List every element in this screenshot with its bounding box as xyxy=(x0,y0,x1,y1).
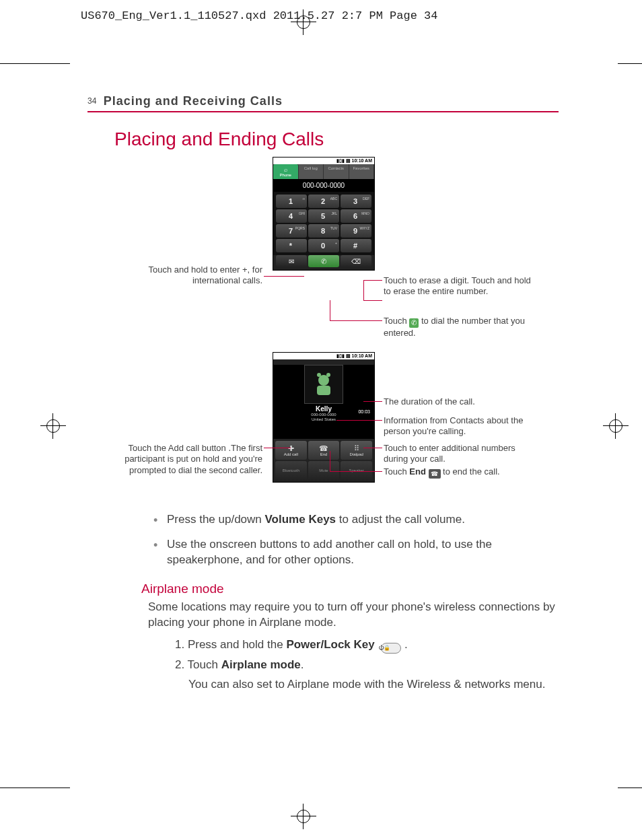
number-display: 000-000-0000 xyxy=(273,179,374,192)
callout-add-call: Touch the Add call button .The first par… xyxy=(94,443,262,476)
callout-line xyxy=(330,451,330,471)
dialer-screenshot: ▮▯▮ ▤ 10:10 AM ⌕Phone Call log Contacts … xyxy=(273,157,375,271)
print-slug: US670_Eng_Ver1.1_110527.qxd 2011.5.27 2:… xyxy=(81,9,438,22)
step-text: 1. Press and hold the xyxy=(175,638,286,651)
callout-intl: Touch and hold to enter +, for internati… xyxy=(108,265,262,287)
bullet-bold: Volume Keys xyxy=(265,513,336,526)
callout-line xyxy=(363,448,382,448)
callout-dial: Touch ✆ to dial the number that you ente… xyxy=(384,316,545,339)
svg-point-3 xyxy=(326,373,330,377)
callout-line xyxy=(363,300,382,301)
callout-line xyxy=(363,401,382,402)
keypad-key: 9WXYZ xyxy=(341,224,371,238)
callout-line xyxy=(363,280,382,281)
contact-avatar-icon xyxy=(304,365,343,404)
step-1: 1. Press and hold the Power/Lock Key ⏻🔒 … xyxy=(175,637,559,654)
keypad-key: * xyxy=(276,239,307,252)
callout-bold: End xyxy=(409,466,426,477)
sms-icon: ✉ xyxy=(276,255,307,267)
step-bold: Airplane mode xyxy=(221,658,301,671)
keypad-key: 5JKL xyxy=(308,209,339,223)
registration-target-icon xyxy=(291,804,316,829)
section-title: Placing and Receiving Calls xyxy=(104,94,283,108)
step-2: 2. Touch Airplane mode. xyxy=(175,658,559,673)
registration-target-icon xyxy=(40,413,66,439)
dialer-tabs: ⌕Phone Call log Contacts Favorites xyxy=(273,164,374,179)
step-bold: Power/Lock Key xyxy=(286,638,374,651)
callout-text: to end the call. xyxy=(441,466,500,477)
crop-mark xyxy=(0,63,70,64)
crop-mark xyxy=(618,788,642,788)
registration-target-icon xyxy=(291,9,316,35)
bullet-item: Press the up/down Volume Keys to adjust … xyxy=(149,512,559,528)
callout-text: Touch xyxy=(384,316,409,326)
step-text: . xyxy=(301,658,304,671)
tab-call-log: Call log xyxy=(299,164,324,179)
keypad-key: # xyxy=(341,239,371,252)
step-text: . xyxy=(401,638,407,651)
callout-line xyxy=(363,280,364,300)
keypad-key: 1∞ xyxy=(276,195,307,208)
step-2-sub: You can also set to Airplane mode with t… xyxy=(188,677,559,693)
add-call-button: ✚Add call xyxy=(275,441,307,460)
callout-erase: Touch to erase a digit. Touch and hold t… xyxy=(384,275,532,298)
backspace-icon: ⌫ xyxy=(341,255,371,267)
call-button-icon: ✆ xyxy=(308,255,339,267)
bullet-text: to adjust the call volume. xyxy=(336,513,465,526)
tab-favorites: Favorites xyxy=(349,164,375,179)
keypad-key: 4GHI xyxy=(276,209,307,223)
body-text: Press the up/down Volume Keys to adjust … xyxy=(114,512,559,693)
page-title: Placing and Ending Calls xyxy=(114,129,559,150)
dialer-bottom-row: ✉ ✆ ⌫ xyxy=(273,255,374,270)
callout-text: Touch xyxy=(384,466,409,477)
contact-location: United States xyxy=(273,417,374,422)
callout-line xyxy=(330,320,382,321)
tab-contacts: Contacts xyxy=(324,164,349,179)
end-call-button: ☎End xyxy=(308,441,340,460)
callout-dialpad: Touch to enter additional numbers during… xyxy=(384,443,538,465)
status-bar: ▮▯▮ ▤ 10:10 AM xyxy=(273,158,374,164)
bullet-text: Use the onscreen buttons to add another … xyxy=(167,538,492,566)
subheading: Airplane mode xyxy=(141,580,559,598)
callout-line xyxy=(330,300,330,320)
in-call-buttons: ✚Add call ☎End ⠿Dialpad Bluetooth Mute S… xyxy=(273,439,374,482)
figures-area: ▮▯▮ ▤ 10:10 AM ⌕Phone Call log Contacts … xyxy=(114,157,559,507)
svg-point-2 xyxy=(317,373,321,377)
status-bar: ▮▯▮ ▤ 10:10 AM xyxy=(273,353,374,359)
callout-line xyxy=(330,471,382,472)
status-time: 10:10 AM xyxy=(352,353,372,358)
callout-contact-info: Information from Contacts about the pers… xyxy=(384,415,545,438)
page-number: 34 xyxy=(87,96,96,106)
speaker-button: Speaker xyxy=(341,461,372,480)
keypad-key: 6MNO xyxy=(341,209,371,223)
mute-button: Mute xyxy=(308,461,340,480)
tab-phone: ⌕Phone xyxy=(273,164,299,179)
keypad-key: 7PQRS xyxy=(276,224,307,238)
status-time: 10:10 AM xyxy=(352,158,372,163)
paragraph: Some locations may require you to turn o… xyxy=(148,600,559,631)
crop-mark xyxy=(0,788,70,788)
step-text: 2. Touch xyxy=(175,658,221,671)
dialpad-button: ⠿Dialpad xyxy=(341,441,372,460)
bluetooth-button: Bluetooth xyxy=(275,461,307,480)
bullet-text: Press the up/down xyxy=(167,513,265,526)
power-lock-key-icon: ⏻🔒 xyxy=(381,643,401,654)
keypad-key: 2ABC xyxy=(308,195,339,208)
bullet-item: Use the onscreen buttons to add another … xyxy=(149,537,559,568)
callout-line xyxy=(336,420,382,421)
svg-rect-1 xyxy=(317,386,330,395)
call-info-area: 00:03 Kelly 000-000-0000 United States xyxy=(273,365,374,439)
callout-line xyxy=(264,276,304,277)
keypad: 1∞2ABC3DEF4GHI5JKL6MNO7PQRS8TUV9WXYZ*0+# xyxy=(273,192,374,255)
keypad-key: 8TUV xyxy=(308,224,339,238)
page-content: 34 Placing and Receiving Calls Placing a… xyxy=(87,94,559,693)
keypad-key: 0+ xyxy=(308,239,339,252)
call-icon: ✆ xyxy=(409,318,419,328)
call-duration: 00:03 xyxy=(358,409,370,414)
keypad-key: 3DEF xyxy=(341,195,371,208)
running-header: 34 Placing and Receiving Calls xyxy=(87,94,559,112)
crop-mark xyxy=(618,63,642,64)
callout-end-call: Touch End ☎ to end the call. xyxy=(384,466,545,479)
callout-duration: The duration of the call. xyxy=(384,396,538,407)
registration-target-icon xyxy=(603,413,629,439)
